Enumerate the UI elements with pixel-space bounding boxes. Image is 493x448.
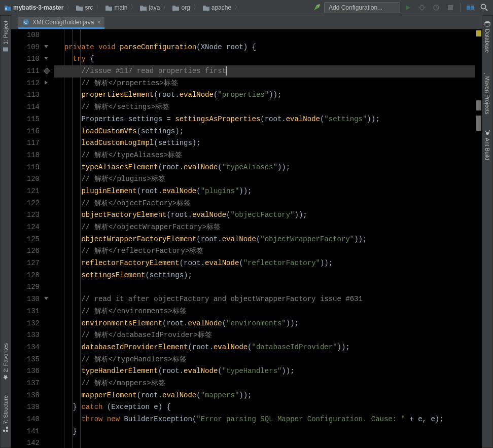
code-line[interactable]: settingsElement(settings); (54, 270, 475, 282)
line-number[interactable]: 125 (13, 234, 40, 246)
code-line[interactable]: throw new BuilderException("Error parsin… (54, 414, 475, 426)
code-line[interactable]: objectFactoryElement(root.evalNode("obje… (54, 209, 475, 221)
run-config-selector[interactable]: Add Configuration... (324, 2, 400, 13)
code-line[interactable]: loadCustomVfs(settings); (54, 126, 475, 138)
code-line[interactable]: pluginElement(root.evalNode("plugins")); (54, 185, 475, 198)
code-line[interactable]: // 解析</mappers>标签 (54, 378, 475, 390)
line-number[interactable]: 137 (13, 378, 40, 390)
gutter-icons[interactable] (42, 29, 54, 448)
code-line[interactable]: // 解析</reflectorFactory>标签 (54, 245, 475, 257)
line-number[interactable]: 117 (13, 137, 40, 150)
fold-toggle-icon[interactable] (43, 55, 49, 61)
code-line[interactable]: environmentsElement(root.evalNode("envir… (54, 318, 475, 330)
code-line[interactable]: // 解析</properties>标签 (54, 78, 475, 90)
line-number[interactable]: 113 (13, 89, 40, 101)
code-line[interactable]: try { (54, 53, 475, 65)
code-line[interactable]: //issue #117 read properties first (54, 65, 475, 78)
line-number[interactable]: 124 (13, 221, 40, 234)
line-number[interactable]: 135 (13, 354, 40, 366)
code-line[interactable]: // 解析</typeHandlers>标签 (54, 354, 475, 366)
breadcrumb-item[interactable]: org (170, 4, 192, 11)
error-stripe[interactable] (475, 29, 482, 448)
code-line[interactable]: // 解析</settings>标签 (54, 101, 475, 114)
line-number[interactable]: 115 (13, 114, 40, 126)
line-number[interactable]: 140 (13, 414, 40, 426)
line-number[interactable]: 128 (13, 270, 40, 282)
line-number[interactable]: 139 (13, 401, 40, 414)
breadcrumb-item[interactable]: main (103, 4, 129, 11)
line-number[interactable]: 134 (13, 342, 40, 354)
code-line[interactable] (54, 29, 475, 42)
file-tab[interactable]: C XMLConfigBuilder.java × (18, 17, 104, 29)
line-number-gutter[interactable]: 1081091101111121131141151161171181191201… (11, 29, 42, 448)
code-line[interactable]: mapperElement(root.evalNode("mappers")); (54, 390, 475, 402)
line-number[interactable]: 123 (13, 209, 40, 221)
code-line[interactable]: // 解析</objectFactory>标签 (54, 198, 475, 210)
fold-toggle-icon[interactable] (43, 44, 49, 50)
code-text-area[interactable]: private void parseConfiguration(XNode ro… (54, 29, 475, 448)
search-icon[interactable] (480, 3, 489, 12)
line-number[interactable]: 114 (13, 101, 40, 114)
code-line[interactable]: } catch (Exception e) { (54, 401, 475, 414)
code-line[interactable]: typeAliasesElement(root.evalNode("typeAl… (54, 162, 475, 174)
breadcrumb-item[interactable]: apache (200, 4, 233, 11)
line-number[interactable]: 141 (13, 426, 40, 438)
tool-window-project[interactable]: 1: Project (3, 21, 9, 52)
line-number[interactable]: 129 (13, 281, 40, 293)
code-line[interactable]: // 解析</objectWrapperFactory>标签 (54, 221, 475, 234)
code-line[interactable] (54, 437, 475, 448)
code-line[interactable]: private void parseConfiguration(XNode ro… (54, 42, 475, 54)
tool-window-database[interactable]: Database (484, 21, 490, 53)
code-line[interactable]: Properties settings = settingsAsProperti… (54, 114, 475, 126)
build-icon[interactable] (312, 3, 321, 12)
line-number[interactable]: 127 (13, 257, 40, 270)
line-number[interactable]: 118 (13, 150, 40, 162)
fold-toggle-icon[interactable] (43, 295, 49, 302)
line-number[interactable]: 133 (13, 329, 40, 342)
code-line[interactable]: propertiesElement(root.evalNode("propert… (54, 89, 475, 101)
code-line[interactable]: typeHandlerElement(root.evalNode("typeHa… (54, 365, 475, 378)
code-line[interactable]: reflectorFactoryElement(root.evalNode("r… (54, 257, 475, 270)
run-icon[interactable] (403, 3, 412, 12)
line-number[interactable]: 142 (13, 437, 40, 448)
line-number[interactable]: 112 (13, 78, 40, 90)
line-number[interactable]: 132 (13, 318, 40, 330)
code-line[interactable]: databaseIdProviderElement(root.evalNode(… (54, 342, 475, 354)
code-line[interactable]: // 解析</plugins>标签 (54, 173, 475, 185)
code-line[interactable]: // 解析</environments>标签 (54, 306, 475, 318)
line-number[interactable]: 121 (13, 185, 40, 198)
line-number[interactable]: 122 (13, 198, 40, 210)
line-number[interactable]: 111 (13, 65, 40, 78)
line-number[interactable]: 108 (13, 29, 40, 42)
code-line[interactable] (54, 281, 475, 293)
vcs-icon[interactable] (466, 3, 475, 12)
code-line[interactable]: // 解析</databaseIdProvider>标签 (54, 329, 475, 342)
close-tab-icon[interactable]: × (97, 19, 100, 26)
stop-icon[interactable] (446, 3, 455, 12)
breadcrumb-item[interactable]: mybatis-3-master (2, 4, 65, 11)
code-editor[interactable]: 1081091101111121131141151161171181191201… (11, 29, 482, 448)
code-line[interactable]: // 解析</typeAliases>标签 (54, 150, 475, 162)
breadcrumb-item[interactable]: src (74, 4, 95, 11)
tool-window-maven[interactable]: mMaven Projects (484, 68, 490, 115)
line-number[interactable]: 126 (13, 245, 40, 257)
code-line[interactable]: // read it after objectFactory and objec… (54, 293, 475, 306)
tool-window-structure[interactable]: 7: Structure (3, 395, 9, 432)
warning-marker[interactable] (476, 30, 481, 36)
code-line[interactable]: } (54, 426, 475, 438)
debug-icon[interactable] (417, 3, 427, 12)
line-number[interactable]: 120 (13, 173, 40, 185)
bookmark-icon[interactable] (43, 67, 50, 74)
profile-icon[interactable] (432, 3, 441, 12)
code-line[interactable]: objectWrapperFactoryElement(root.evalNod… (54, 234, 475, 246)
breadcrumb-item[interactable]: java (137, 4, 162, 11)
tool-window-ant[interactable]: Ant Build (484, 130, 490, 160)
fold-toggle-icon[interactable] (43, 80, 49, 86)
line-number[interactable]: 109 (13, 42, 40, 54)
change-marker[interactable] (476, 100, 481, 110)
line-number[interactable]: 110 (13, 53, 40, 65)
line-number[interactable]: 116 (13, 126, 40, 138)
line-number[interactable]: 131 (13, 306, 40, 318)
tool-window-handle[interactable] (12, 15, 17, 29)
line-number[interactable]: 136 (13, 365, 40, 378)
